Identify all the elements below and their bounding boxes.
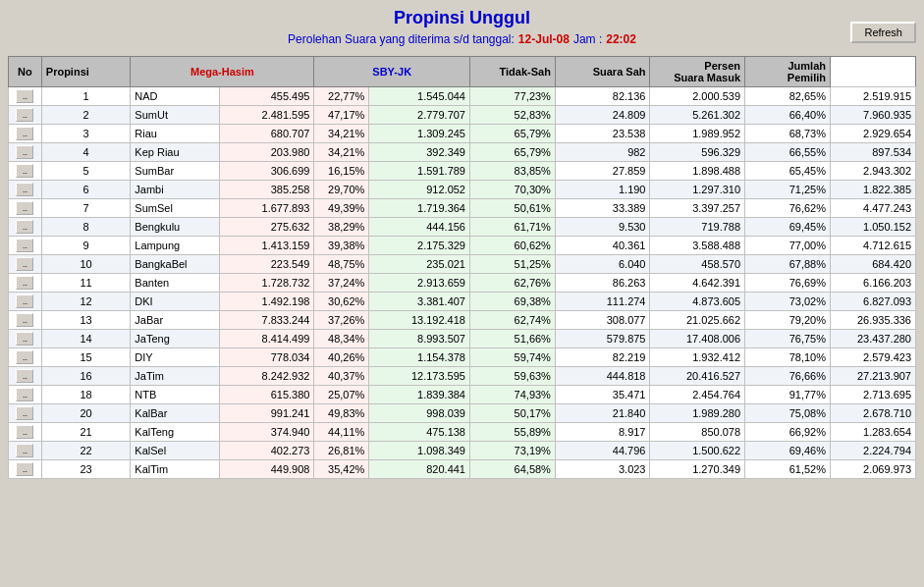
cell-mega-pct: 49,83% [314,404,369,423]
cell-mega-num: 8.414.499 [219,330,314,348]
row-button[interactable]: .. [16,164,33,178]
row-button[interactable]: .. [16,462,33,476]
table-row: .. 8 Bengkulu 275.632 38,29% 444.156 61,… [9,218,916,237]
cell-sby-pct: 59,74% [469,348,555,367]
row-button[interactable]: .. [16,201,33,215]
cell-jumlah: 2.579.423 [830,348,915,367]
cell-sby-pct: 51,25% [469,255,555,274]
cell-mega-num: 306.699 [219,162,314,181]
row-button[interactable]: .. [16,276,33,290]
cell-mega-pct: 47,17% [314,106,369,125]
row-button[interactable]: .. [16,388,33,401]
cell-no: 20 [41,404,131,423]
row-button[interactable]: .. [16,313,33,327]
cell-tidak: 3.023 [555,460,650,479]
cell-mega-num: 455.495 [219,87,314,106]
row-button[interactable]: .. [16,444,33,457]
cell-sby-num: 13.192.418 [369,311,470,330]
table-row: .. 20 KalBar 991.241 49,83% 998.039 50,1… [9,404,916,423]
cell-propinsi: SumUt [131,106,220,125]
cell-mega-num: 374.940 [219,423,314,442]
row-button[interactable]: .. [16,89,33,103]
cell-propinsi: KalSel [131,442,220,460]
cell-btn: .. [9,106,42,125]
row-button[interactable]: .. [16,145,33,159]
cell-mega-pct: 26,81% [314,442,369,460]
cell-no: 14 [41,330,131,348]
cell-suarasah: 719.788 [650,218,745,237]
row-button[interactable]: .. [16,108,33,122]
cell-suarasah: 1.297.310 [650,181,745,199]
cell-mega-num: 1.728.732 [219,274,314,293]
cell-sby-num: 912.052 [369,181,470,199]
cell-sby-pct: 52,83% [469,106,555,125]
cell-persen: 73,02% [745,293,831,311]
cell-sby-num: 2.175.329 [369,237,470,255]
row-button[interactable]: .. [16,332,33,346]
cell-persen: 67,88% [745,255,831,274]
cell-mega-num: 203.980 [219,143,314,162]
cell-suarasah: 1.989.280 [650,404,745,423]
cell-btn: .. [9,199,42,218]
cell-btn: .. [9,404,42,423]
cell-tidak: 8.917 [555,423,650,442]
cell-mega-num: 2.481.595 [219,106,314,125]
cell-persen: 66,92% [745,423,831,442]
cell-suarasah: 20.416.527 [650,367,745,386]
cell-suarasah: 2.454.764 [650,386,745,404]
cell-persen: 68,73% [745,125,831,143]
cell-no: 13 [41,311,131,330]
refresh-button[interactable]: Refresh [850,22,916,43]
cell-tidak: 982 [555,143,650,162]
row-button[interactable]: .. [16,257,33,271]
cell-jumlah: 27.213.907 [830,367,915,386]
cell-propinsi: JaTim [131,367,220,386]
row-button[interactable]: .. [16,127,33,140]
cell-propinsi: DIY [131,348,220,367]
row-button[interactable]: .. [16,220,33,234]
cell-persen: 69,45% [745,218,831,237]
cell-no: 11 [41,274,131,293]
cell-tidak: 308.077 [555,311,650,330]
table-row: .. 22 KalSel 402.273 26,81% 1.098.349 73… [9,442,916,460]
cell-persen: 69,46% [745,442,831,460]
cell-jumlah: 2.943.302 [830,162,915,181]
row-button[interactable]: .. [16,294,33,308]
row-button[interactable]: .. [16,183,33,196]
cell-suarasah: 17.408.006 [650,330,745,348]
row-button[interactable]: .. [16,239,33,252]
row-button[interactable]: .. [16,369,33,383]
cell-jumlah: 1.822.385 [830,181,915,199]
cell-sby-num: 12.173.595 [369,367,470,386]
table-row: .. 14 JaTeng 8.414.499 48,34% 8.993.507 … [9,330,916,348]
cell-btn: .. [9,330,42,348]
cell-mega-pct: 25,07% [314,386,369,404]
cell-sby-pct: 62,74% [469,311,555,330]
table-row: .. 4 Kep Riau 203.980 34,21% 392.349 65,… [9,143,916,162]
cell-sby-num: 475.138 [369,423,470,442]
row-button[interactable]: .. [16,406,33,420]
subtitle-label: Perolehan Suara yang diterima s/d tangga… [288,32,515,46]
cell-propinsi: Banten [131,274,220,293]
table-row: .. 11 Banten 1.728.732 37,24% 2.913.659 … [9,274,916,293]
cell-btn: .. [9,348,42,367]
cell-mega-num: 680.707 [219,125,314,143]
cell-tidak: 82.219 [555,348,650,367]
cell-persen: 76,62% [745,199,831,218]
cell-sby-num: 1.591.789 [369,162,470,181]
cell-sby-pct: 74,93% [469,386,555,404]
cell-persen: 61,52% [745,460,831,479]
cell-mega-pct: 30,62% [314,293,369,311]
cell-mega-num: 385.258 [219,181,314,199]
cell-jumlah: 2.224.794 [830,442,915,460]
table-row: .. 3 Riau 680.707 34,21% 1.309.245 65,79… [9,125,916,143]
cell-mega-pct: 49,39% [314,199,369,218]
row-button[interactable]: .. [16,350,33,364]
cell-suarasah: 1.989.952 [650,125,745,143]
cell-propinsi: KalTim [131,460,220,479]
cell-propinsi: Lampung [131,237,220,255]
row-button[interactable]: .. [16,425,33,439]
cell-sby-num: 3.381.407 [369,293,470,311]
cell-tidak: 111.274 [555,293,650,311]
cell-jumlah: 6.827.093 [830,293,915,311]
